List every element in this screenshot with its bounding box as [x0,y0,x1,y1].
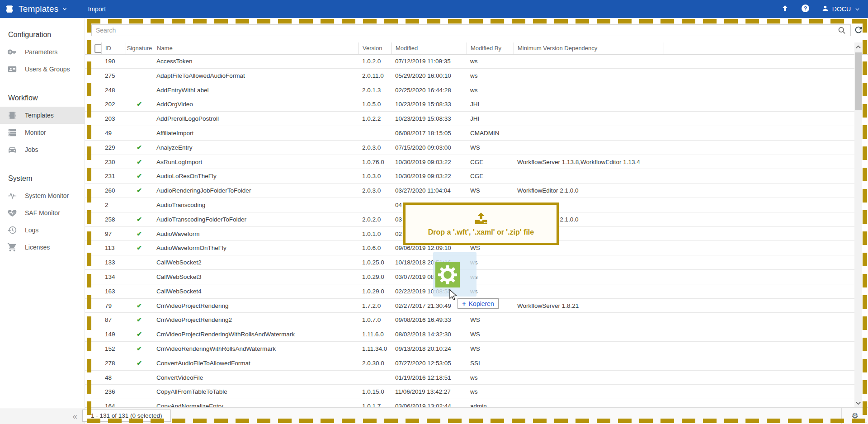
column-header-dep[interactable]: Minimum Version Dependency [514,42,664,54]
sidebar-item-licenses[interactable]: Licenses [0,239,85,256]
cell-dependency [514,83,664,97]
signature-check-icon: ✔ [126,313,153,327]
collapse-sidebar-button[interactable]: « [72,411,77,421]
cell-id: 152 [101,342,126,356]
signature-check-icon [126,371,153,385]
table-row[interactable]: 230✔AsRunLogImport1.0.76.010/30/2019 09:… [85,155,854,170]
cell-modified-by: admin [467,399,514,408]
help-icon[interactable]: ? [801,4,810,14]
chevron-down-icon[interactable] [61,6,68,14]
cell-id: 164 [101,399,126,408]
table-settings-gear-icon[interactable]: ⚙ [851,411,858,421]
upload-arrow-icon[interactable] [781,4,789,14]
cell-id: 133 [101,255,126,269]
cell-modified: 01/19/2016 12:18:51 [392,371,467,385]
column-header-ver[interactable]: Version [359,42,392,54]
app-title[interactable]: Templates [19,4,58,14]
refresh-icon[interactable] [854,25,864,36]
table-row[interactable]: 87✔CmVideoProjectRendering21.0.7.009/08/… [85,313,854,327]
table-row[interactable]: 202✔AddOrgVideo1.0.5.010/23/2019 15:08:3… [85,97,854,112]
sidebar-section-header: System [0,158,85,187]
column-header-sig[interactable]: Signature [126,42,153,54]
sidebar-item-parameters[interactable]: Parameters [0,43,85,61]
status-bar: 1 - 131 of 131 (0 selected) ⚙ [85,407,868,424]
scrollbar-thumb[interactable] [855,52,862,110]
sidebar-item-users-groups[interactable]: Users & Groups [0,61,85,78]
cell-version: 2.0.1.3 [359,83,392,97]
sidebar-item-system-monitor[interactable]: System Monitor [0,187,85,204]
cell-version: 1.0.29.0 [359,270,392,284]
cell-id: 231 [101,169,126,183]
sidebar-section-header: Workflow [0,78,85,107]
server-rack-icon [7,127,17,137]
cell-dependency [514,112,664,126]
table-row[interactable]: 278✔ConvertAudioFileToAllowedFormat2.0.3… [85,356,854,371]
cell-name: CopyAllFromTableToTable [153,385,359,399]
cell-id: 87 [101,313,126,327]
file-drop-zone[interactable]: Drop a '.wft', '.xaml' or '.zip' file [403,203,559,245]
sidebar-item-templates[interactable]: Templates [0,107,85,124]
cell-id: 79 [101,299,126,313]
column-header-mod[interactable]: Modified [392,42,467,54]
cell-id: 203 [101,112,126,126]
cell-name: CallWebSocket3 [153,270,359,284]
sidebar-item-logs[interactable]: Logs [0,221,85,239]
cell-name: CmVideoProjectRendering [153,299,359,313]
table-row[interactable]: 236CopyAllFromTableToTable1.0.15.011/06/… [85,385,854,399]
cell-id: 113 [101,241,126,255]
cell-id: 49 [101,126,126,140]
menu-item-import[interactable]: Import [88,5,106,13]
signature-check-icon: ✔ [126,212,153,226]
cell-name: AnalyzeEntry [153,141,359,155]
scroll-up-icon[interactable] [854,43,862,51]
cell-dependency [514,255,664,269]
vertical-scrollbar[interactable] [854,42,862,408]
column-header-fill[interactable] [664,42,854,54]
scroll-down-icon[interactable] [854,400,862,407]
sidebar-item-jobs[interactable]: Jobs [0,141,85,158]
cell-name: AccessToken [153,54,359,68]
sidebar-item-saf-monitor[interactable]: SAF Monitor [0,204,85,221]
table-row[interactable]: 190AccessToken1.0.2.007/12/2019 11:09:35… [85,54,854,69]
cell-name: AudioLoResOnTheFly [153,169,359,183]
cell-version: 1.11.6.0 [359,327,392,341]
cell-dependency [514,141,664,155]
signature-check-icon [126,399,153,408]
table-row[interactable]: 260✔AudioRenderingJobFolderToFolder2.0.3… [85,184,854,198]
select-all-checkbox[interactable] [94,44,101,53]
search-icon[interactable] [837,26,847,37]
table-row[interactable]: 229✔AnalyzeEntry2.0.3.007/15/2020 09:03:… [85,141,854,155]
table-row[interactable]: 49AffiliateImport06/08/2017 18:15:05CMAD… [85,126,854,141]
table-row[interactable]: 248AddEntryWithLabel2.0.1.302/25/2020 16… [85,83,854,98]
cell-name: CallWebSocket4 [153,284,359,298]
user-menu[interactable]: DOCU [821,5,861,14]
cell-id: 260 [101,184,126,198]
cell-dependency [514,97,664,111]
search-input[interactable] [92,25,850,36]
chevron-down-icon [854,6,861,13]
table-row[interactable]: 164CopyAndNormalizeEntry1.0.1.703/06/201… [85,399,854,408]
sidebar-item-monitor[interactable]: Monitor [0,124,85,141]
table-row[interactable]: 149✔CmVideoProjectRenderingWithRollsAndW… [85,327,854,342]
table-header: IDSignatureNameVersionModifiedModified B… [85,42,868,55]
cell-name: CopyAndNormalizeEntry [153,399,359,408]
table-row[interactable]: 203AddPrerollLogoPostroll1.0.2.210/23/20… [85,112,854,126]
table-row[interactable]: 231✔AudioLoResOnTheFly1.0.3.010/30/2019 … [85,169,854,184]
signature-check-icon [126,270,153,284]
column-header-name[interactable]: Name [153,42,359,54]
table-row[interactable]: 48ConvertVideoFile01/19/2016 12:18:51ws [85,371,854,385]
column-header-by[interactable]: Modified By [467,42,514,54]
cell-modified: 06/08/2017 18:15:05 [392,126,467,140]
cell-version [359,198,392,212]
app-logo-chip-icon [5,4,14,14]
cell-version: 1.0.29.0 [359,284,392,298]
cell-id: 258 [101,212,126,226]
table-row[interactable]: 275AdaptFileToAllowedAudioFormat2.0.11.0… [85,69,854,83]
cell-modified-by: WS [467,313,514,327]
cell-id: 149 [101,327,126,341]
table-row[interactable]: 152✔CmVideoRenderingWithRollsAndWatermar… [85,342,854,356]
user-name: DOCU [832,5,851,13]
user-icon [821,5,829,14]
column-header-id[interactable]: ID [101,42,126,54]
cell-modified: 02/27/2017 21:30:49 [392,299,467,313]
